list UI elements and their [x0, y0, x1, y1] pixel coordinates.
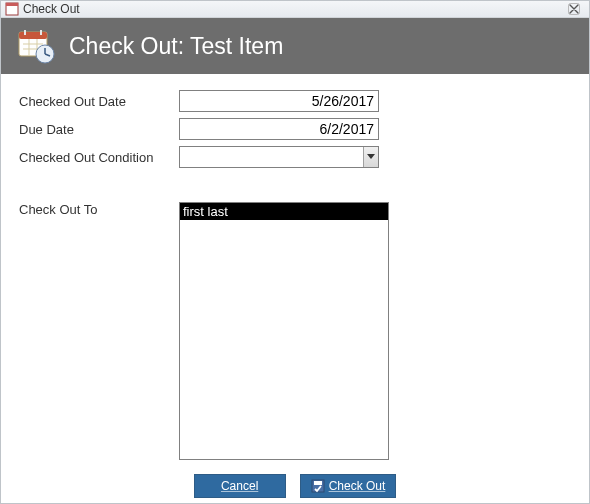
svg-rect-1 [6, 3, 18, 6]
dialog-window: Check Out Check Out: Test Item [0, 0, 590, 504]
close-icon [568, 3, 580, 15]
spacer [19, 174, 571, 202]
label-checked-out-date: Checked Out Date [19, 94, 179, 109]
row-condition: Checked Out Condition [19, 146, 571, 168]
window-title: Check Out [23, 2, 80, 16]
label-check-out-to: Check Out To [19, 202, 179, 217]
save-check-icon [311, 479, 325, 493]
condition-combo[interactable] [179, 146, 379, 168]
check-out-to-listbox[interactable]: first last [179, 202, 389, 460]
cancel-button[interactable]: Cancel [194, 474, 286, 498]
chevron-down-icon [367, 154, 375, 160]
dialog-footer: Cancel Check Out [1, 460, 589, 504]
form-icon [5, 2, 19, 16]
row-due-date: Due Date [19, 118, 571, 140]
close-button[interactable] [563, 1, 585, 17]
row-checked-out-date: Checked Out Date [19, 90, 571, 112]
due-date-field[interactable] [179, 118, 379, 140]
row-check-out-to: Check Out To first last [19, 202, 571, 460]
label-due-date: Due Date [19, 122, 179, 137]
condition-combo-button[interactable] [363, 147, 378, 167]
cancel-button-label: Cancel [221, 479, 258, 493]
calendar-clock-icon [15, 26, 55, 66]
form-content: Checked Out Date Due Date Checked Out Co… [1, 74, 589, 460]
svg-rect-4 [19, 32, 47, 39]
title-bar: Check Out [1, 1, 589, 18]
svg-rect-15 [314, 481, 322, 485]
check-out-button[interactable]: Check Out [300, 474, 397, 498]
check-out-button-label: Check Out [329, 479, 386, 493]
checked-out-date-field[interactable] [179, 90, 379, 112]
list-item[interactable]: first last [180, 203, 388, 220]
label-condition: Checked Out Condition [19, 150, 179, 165]
header-band: Check Out: Test Item [1, 18, 589, 74]
condition-combo-input[interactable] [180, 147, 363, 167]
header-title: Check Out: Test Item [69, 33, 283, 60]
